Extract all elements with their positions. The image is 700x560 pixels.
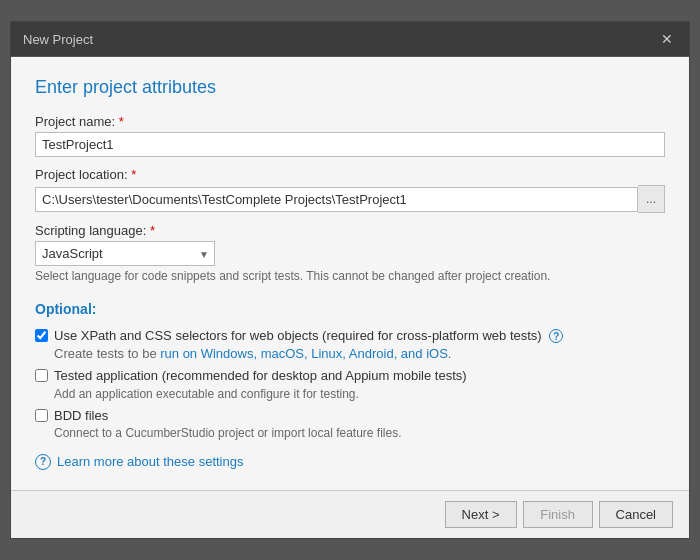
dialog-body: Enter project attributes Project name: *… xyxy=(11,57,689,490)
next-button[interactable]: Next > xyxy=(445,501,517,528)
title-bar: New Project ✕ xyxy=(11,22,689,57)
xpath-help-icon[interactable]: ? xyxy=(549,329,563,343)
dialog-title: New Project xyxy=(23,32,93,47)
checkbox-row-bdd: BDD files Connect to a CucumberStudio pr… xyxy=(35,407,665,440)
xpath-desc-link[interactable]: run on Windows, macOS, Linux, Android, a… xyxy=(160,346,448,361)
tested-app-desc: Add an application executable and config… xyxy=(54,387,467,401)
learn-more-link[interactable]: Learn more about these settings xyxy=(57,454,243,469)
location-row: ... xyxy=(35,185,665,213)
scripting-language-wrapper: JavaScript Python VBScript DelphiScript … xyxy=(35,241,215,266)
required-star: * xyxy=(119,114,124,129)
tested-app-checkbox[interactable] xyxy=(35,369,48,382)
required-star-scripting: * xyxy=(150,223,155,238)
learn-more-row: ? Learn more about these settings xyxy=(35,454,665,478)
project-location-label: Project location: * xyxy=(35,167,665,182)
project-name-label: Project name: * xyxy=(35,114,665,129)
learn-more-icon: ? xyxy=(35,454,51,470)
required-star-location: * xyxy=(131,167,136,182)
dialog-footer: Next > Finish Cancel xyxy=(11,490,689,538)
cancel-button[interactable]: Cancel xyxy=(599,501,673,528)
bdd-desc: Connect to a CucumberStudio project or i… xyxy=(54,426,402,440)
project-location-group: Project location: * ... xyxy=(35,167,665,213)
project-name-group: Project name: * xyxy=(35,114,665,157)
browse-button[interactable]: ... xyxy=(638,185,665,213)
optional-section: Optional: Use XPath and CSS selectors fo… xyxy=(35,301,665,446)
scripting-language-select[interactable]: JavaScript Python VBScript DelphiScript … xyxy=(35,241,215,266)
xpath-label: Use XPath and CSS selectors for web obje… xyxy=(54,327,563,345)
finish-button[interactable]: Finish xyxy=(523,501,593,528)
xpath-desc: Create tests to be run on Windows, macOS… xyxy=(54,346,563,361)
bdd-label: BDD files xyxy=(54,407,402,425)
scripting-language-hint: Select language for code snippets and sc… xyxy=(35,269,665,283)
project-location-input[interactable] xyxy=(35,187,638,212)
close-button[interactable]: ✕ xyxy=(657,30,677,48)
bdd-checkbox[interactable] xyxy=(35,409,48,422)
checkbox-row-xpath: Use XPath and CSS selectors for web obje… xyxy=(35,327,665,361)
xpath-checkbox[interactable] xyxy=(35,329,48,342)
scripting-language-label: Scripting language: * xyxy=(35,223,665,238)
checkbox-row-tested-app: Tested application (recommended for desk… xyxy=(35,367,665,400)
optional-title: Optional: xyxy=(35,301,665,317)
new-project-dialog: New Project ✕ Enter project attributes P… xyxy=(10,21,690,539)
project-name-input[interactable] xyxy=(35,132,665,157)
section-title: Enter project attributes xyxy=(35,77,665,98)
scripting-language-group: Scripting language: * JavaScript Python … xyxy=(35,223,665,283)
tested-app-label: Tested application (recommended for desk… xyxy=(54,367,467,385)
